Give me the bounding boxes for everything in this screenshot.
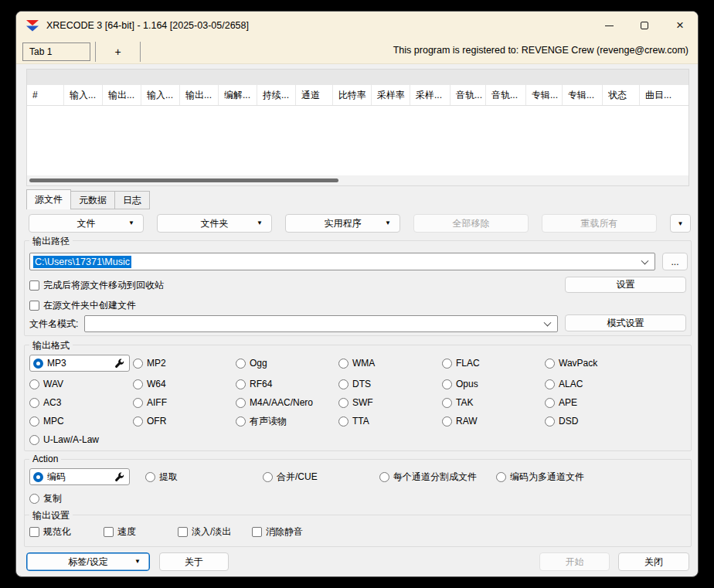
radio-icon[interactable] — [442, 359, 452, 369]
radio-icon[interactable] — [133, 398, 143, 408]
radio-icon[interactable] — [133, 359, 143, 369]
format-option[interactable]: MP2 — [133, 356, 166, 370]
radio-icon[interactable] — [545, 379, 555, 389]
radio-icon[interactable] — [338, 398, 348, 408]
radio-icon[interactable] — [236, 398, 246, 408]
create-in-source-checkbox-row[interactable]: 在源文件夹中创建文件 — [29, 298, 136, 312]
output-path-combobox[interactable]: C:\Users\17371\Music — [29, 253, 655, 270]
format-option[interactable]: Ogg — [236, 356, 267, 370]
combo-chevron-icon[interactable] — [641, 257, 649, 264]
format-option[interactable]: AIFF — [133, 396, 167, 410]
add-tab-button[interactable]: + — [97, 42, 139, 61]
radio-icon[interactable] — [545, 359, 555, 369]
checkbox-icon[interactable] — [178, 527, 188, 537]
remove-all-button[interactable]: 全部移除 — [413, 214, 529, 233]
radio-icon[interactable] — [29, 379, 39, 389]
radio-icon[interactable] — [379, 472, 389, 482]
checkbox-icon[interactable] — [252, 527, 262, 537]
close-dialog-button[interactable]: 关闭 — [618, 552, 689, 571]
column-header[interactable]: 专辑... — [526, 85, 563, 105]
radio-icon[interactable] — [442, 379, 452, 389]
format-option[interactable]: TAK — [442, 396, 473, 410]
column-header[interactable]: 曲目... — [640, 85, 690, 105]
radio-icon[interactable] — [496, 472, 506, 482]
radio-icon[interactable] — [263, 472, 273, 482]
fade-checkbox-row[interactable]: 淡入/淡出 — [178, 525, 231, 539]
checkbox-icon[interactable] — [29, 301, 39, 311]
format-option[interactable]: WavPack — [545, 356, 597, 370]
checkbox-icon[interactable] — [104, 527, 114, 537]
format-option[interactable]: OFR — [133, 414, 166, 428]
add-folder-button[interactable]: 文件夹 ▼ — [157, 214, 272, 233]
radio-icon[interactable] — [133, 379, 143, 389]
radio-icon[interactable] — [145, 472, 155, 482]
normalize-checkbox-row[interactable]: 规范化 — [29, 525, 71, 539]
radio-icon[interactable] — [29, 416, 39, 427]
column-header[interactable]: 采样... — [410, 85, 450, 105]
scrollbar-thumb[interactable] — [29, 178, 338, 182]
format-mp3-selected-box[interactable]: MP3 — [29, 355, 130, 372]
wrench-icon[interactable] — [114, 472, 124, 482]
format-option[interactable]: RF64 — [236, 377, 272, 391]
column-header[interactable]: 比特率 — [333, 85, 372, 105]
add-file-button[interactable]: 文件 ▼ — [29, 214, 144, 233]
format-option[interactable]: WAV — [29, 377, 63, 391]
tab-metadata[interactable]: 元数据 — [70, 191, 115, 209]
format-option[interactable]: W64 — [133, 377, 166, 391]
toolbar-more-dropdown-button[interactable]: ▼ — [670, 214, 691, 233]
column-header[interactable]: 编解... — [219, 85, 257, 105]
radio-icon[interactable] — [236, 416, 246, 427]
format-option[interactable]: TTA — [338, 414, 369, 428]
radio-icon[interactable] — [442, 398, 452, 408]
start-button[interactable]: 开始 — [539, 552, 610, 571]
format-option[interactable]: U-Law/A-Law — [29, 433, 99, 447]
utilities-button[interactable]: 实用程序 ▼ — [285, 214, 400, 233]
checkbox-icon[interactable] — [29, 280, 39, 291]
tab-log[interactable]: 日志 — [114, 191, 150, 209]
filename-pattern-combobox[interactable] — [84, 315, 558, 332]
radio-icon[interactable] — [545, 416, 555, 427]
column-header[interactable]: 采样率 — [372, 85, 410, 105]
format-option[interactable]: SWF — [338, 396, 373, 410]
speed-checkbox-row[interactable]: 速度 — [104, 525, 136, 539]
column-header[interactable]: 音轨... — [450, 85, 486, 105]
format-option[interactable]: 有声读物 — [236, 414, 287, 428]
action-option[interactable]: 每个通道分割成文件 — [379, 470, 477, 484]
radio-icon[interactable] — [29, 494, 39, 504]
format-option[interactable]: RAW — [442, 414, 478, 428]
radio-icon[interactable] — [545, 398, 555, 408]
action-option[interactable]: 合并/CUE — [263, 470, 318, 484]
column-header[interactable]: 输入... — [141, 85, 180, 105]
radio-icon[interactable] — [338, 379, 348, 389]
horizontal-scrollbar[interactable] — [27, 175, 688, 185]
radio-icon[interactable] — [442, 416, 452, 427]
about-button[interactable]: 关于 — [159, 552, 229, 571]
format-option[interactable]: FLAC — [442, 356, 480, 370]
format-option[interactable]: DSD — [545, 414, 578, 428]
action-option[interactable]: 复制 — [29, 491, 62, 505]
browse-output-path-button[interactable]: ... — [662, 253, 688, 270]
radio-icon[interactable] — [29, 398, 39, 408]
radio-icon[interactable] — [338, 416, 348, 427]
action-encode-selected-box[interactable]: 编码 — [29, 468, 130, 485]
format-option[interactable]: WMA — [338, 356, 375, 370]
radio-icon[interactable] — [133, 416, 143, 427]
column-header[interactable]: 专辑... — [563, 85, 603, 105]
format-option[interactable]: ALAC — [545, 377, 583, 391]
pattern-settings-button[interactable]: 模式设置 — [565, 314, 686, 331]
radio-selected-icon[interactable] — [33, 472, 43, 482]
column-header[interactable]: 输出... — [103, 85, 141, 105]
tags-settings-button[interactable]: 标签/设定 ▼ — [26, 552, 150, 571]
tab-source-files[interactable]: 源文件 — [26, 189, 71, 209]
format-option[interactable]: M4A/AAC/Nero — [236, 396, 313, 410]
combo-chevron-icon[interactable] — [544, 319, 552, 327]
radio-icon[interactable] — [29, 435, 39, 445]
table-body-empty[interactable] — [27, 106, 688, 175]
checkbox-icon[interactable] — [29, 527, 39, 537]
minimize-button[interactable] — [591, 12, 627, 39]
silence-removal-checkbox-row[interactable]: 消除静音 — [252, 525, 303, 539]
radio-icon[interactable] — [236, 359, 246, 369]
close-button[interactable]: × — [662, 12, 698, 39]
column-header[interactable]: # — [27, 85, 64, 105]
wrench-icon[interactable] — [114, 359, 124, 369]
